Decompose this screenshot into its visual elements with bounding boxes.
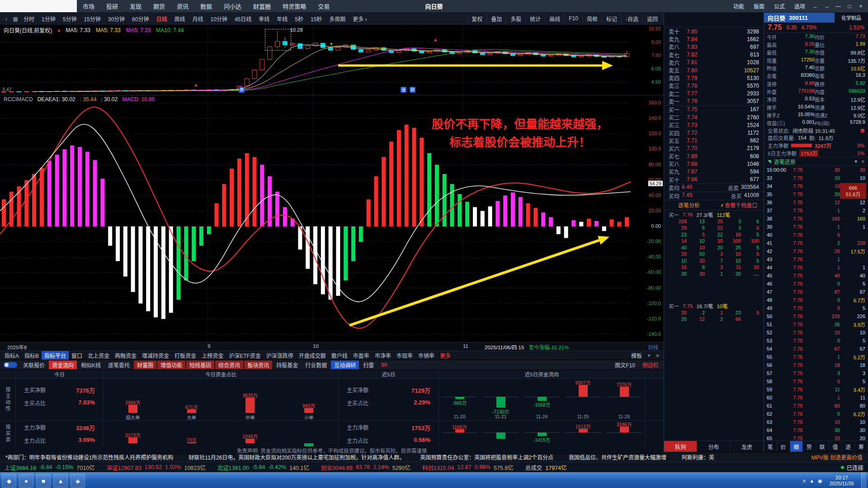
tab2-item-2[interactable]: 资金流向 xyxy=(49,361,77,369)
industry-label[interactable]: 化学制品 xyxy=(835,13,868,23)
tab2-item-13[interactable]: 扫雷 xyxy=(360,361,377,369)
tick-list-header[interactable]: ◥ 逐笔还原 ▼≡ xyxy=(764,157,868,166)
menu-right-item-1[interactable]: 功能 xyxy=(729,2,749,10)
period-button-5[interactable]: 30分钟 xyxy=(104,13,128,25)
tab2-item-14[interactable]: 90 xyxy=(378,361,390,369)
menu-right-item-3[interactable]: 公式 xyxy=(769,2,789,10)
tick-header-icon-2[interactable]: ≡ xyxy=(862,159,864,164)
tab2-item-10[interactable]: 持股基金 xyxy=(273,361,301,369)
tray-icon-2[interactable]: ▲ xyxy=(809,478,814,484)
menu-item-4[interactable]: 期货 xyxy=(147,0,171,12)
chart-tool-10[interactable]: 返回 xyxy=(642,14,662,23)
chart-tool-2[interactable]: 叠加 xyxy=(486,14,506,23)
mpv-promo[interactable]: MPV版 创造更高价值 xyxy=(811,453,863,461)
period-button-16[interactable]: 多周期 xyxy=(326,13,349,25)
tab2-item-5[interactable]: 财富圈 xyxy=(134,361,156,369)
chart-tool-1[interactable]: 复权 xyxy=(467,14,486,23)
period-button-14[interactable]: 5秒 xyxy=(291,13,307,25)
event-badge-3[interactable]: 财 xyxy=(410,87,415,93)
tabs1-right-1[interactable]: 模板 xyxy=(628,351,645,360)
chart-tool-4[interactable]: 统计 xyxy=(525,14,545,23)
buy-level-row-10[interactable]: 买十7.66677 xyxy=(664,176,764,183)
period-button-9[interactable]: 月线 xyxy=(189,13,207,25)
candlestick-pane[interactable]: 向日葵(日线,前复权) ▲ MA5: 7.33MA5: 7.33MA5: 7.3… xyxy=(0,25,664,95)
tab1-item-12[interactable]: 开盘成交额 xyxy=(296,351,329,360)
chart-tool-8[interactable]: 标记 xyxy=(602,14,621,23)
tab1-item-4[interactable]: 窗口 xyxy=(69,351,85,360)
taskbar-app-icon-1[interactable]: ◆ xyxy=(2,474,16,488)
menu-item-9[interactable]: 特灵策略 xyxy=(277,0,312,12)
tab2-item-8[interactable]: 综合资讯 xyxy=(215,361,243,369)
period-button-2[interactable]: 1分钟 xyxy=(38,13,59,25)
buy-level-row-8[interactable]: 买八7.681046 xyxy=(664,160,764,168)
menu-right-item-2[interactable]: 版面 xyxy=(749,2,769,10)
tab1-item-15[interactable]: 市净率 xyxy=(372,351,394,360)
sell-level-row-1[interactable]: 卖十7.853298 xyxy=(664,28,764,35)
menu-item-3[interactable]: 发现 xyxy=(124,0,147,12)
tab2-item-9[interactable]: 板块资讯 xyxy=(244,361,272,369)
taskbar-app-icon-4[interactable]: ▲ xyxy=(53,474,68,488)
tick-view-tab-7[interactable]: 逐 xyxy=(842,441,855,452)
menu-item-6[interactable]: 数据 xyxy=(194,0,218,12)
buy-level-row-2[interactable]: 买二7.742760 xyxy=(664,113,764,121)
sell-level-row-8[interactable]: 卖三7.785570 xyxy=(664,82,764,89)
menu-right-item-4[interactable]: 选项 xyxy=(790,2,810,10)
sell-level-row-9[interactable]: 卖二7.772933 xyxy=(664,90,764,98)
nav-back-icon[interactable]: ← xyxy=(810,2,821,11)
tray-icon-1[interactable]: ≡ xyxy=(803,478,806,484)
menu-item-1[interactable]: 市场 xyxy=(77,0,100,12)
tab1-item-7[interactable]: 增减持资金 xyxy=(139,351,172,360)
tab1-item-1[interactable]: 指标A xyxy=(2,351,22,360)
event-badge-2[interactable]: 涨 xyxy=(401,87,406,93)
buy-level-row-3[interactable]: 买三7.731524 xyxy=(664,121,764,129)
period-button-13[interactable]: 年线 xyxy=(273,13,291,25)
menu-item-2[interactable]: 投研 xyxy=(100,0,124,12)
sell-level-row-4[interactable]: 卖七7.82813 xyxy=(664,51,764,59)
tick-list[interactable]: 666 51.6万 15:00:007.753030337.751010347.… xyxy=(764,166,868,441)
tray-icon-3[interactable]: ◉ xyxy=(818,478,822,484)
tab1-item-11[interactable]: 沪深涨跌停 xyxy=(264,351,296,360)
tab1-item-13[interactable]: 散户线 xyxy=(329,351,350,360)
queue-view-tab-3[interactable]: 龙虎 xyxy=(731,441,764,452)
tick-view-tab-4[interactable]: 势 xyxy=(803,441,816,452)
period-button-10[interactable]: 10分钟 xyxy=(207,13,231,25)
taskbar-app-icon-5[interactable]: ◈ xyxy=(71,474,85,488)
period-button-7[interactable]: 日线 xyxy=(152,13,170,25)
nav-forward-icon[interactable]: → xyxy=(821,2,832,11)
tab1-item-2[interactable]: 指标B xyxy=(22,351,42,360)
sell-level-row-7[interactable]: 卖四7.795130 xyxy=(664,74,764,82)
tab1-item-16[interactable]: 市现率 xyxy=(394,351,415,360)
sell-level-row-6[interactable]: 卖五7.8010527 xyxy=(664,66,764,74)
taskbar-app-icon-2[interactable]: ● xyxy=(19,474,33,488)
buy-level-row-5[interactable]: 买五7.71662 xyxy=(664,137,764,145)
sell-level-row-2[interactable]: 卖九7.841662 xyxy=(664,35,764,43)
tab2-item-4[interactable]: 逐笔委托 xyxy=(105,361,133,369)
buy-level-row-6[interactable]: 买六7.702179 xyxy=(664,145,764,152)
queue-view-tab-1[interactable]: 队列 xyxy=(664,441,697,452)
tick-view-tab-8[interactable]: 筹 xyxy=(855,441,868,452)
tick-view-tab-2[interactable]: 价 xyxy=(777,441,790,452)
tick-header-icon-1[interactable]: ▼ xyxy=(854,159,858,164)
chart-tool-9[interactable]: -自选 xyxy=(621,14,642,23)
period-button-8[interactable]: 周线 xyxy=(170,13,189,25)
tick-view-tab-1[interactable]: 笔 xyxy=(764,441,777,452)
tab2-item-12[interactable]: 互动调研 xyxy=(331,361,359,369)
tab1-item-6[interactable]: 两融资金 xyxy=(112,351,139,360)
tab1-item-10[interactable]: 沪深ETF资金 xyxy=(226,351,264,360)
tick-view-tab-3[interactable]: 细 xyxy=(790,441,803,452)
sell-level-row-3[interactable]: 卖八7.83697 xyxy=(664,43,764,51)
tab2-item-3[interactable]: 相似K线 xyxy=(78,361,104,369)
chart-tool-3[interactable]: 多股 xyxy=(506,14,525,23)
maximize-button[interactable]: □ xyxy=(844,2,855,11)
chart-tool-5[interactable]: 画线 xyxy=(545,14,564,23)
period-button-15[interactable]: 15秒 xyxy=(307,13,326,25)
period-button-1[interactable]: 分时 xyxy=(20,13,38,25)
tab1-item-9[interactable]: 上榜资金 xyxy=(199,351,226,360)
period-button-17[interactable]: 更多 › xyxy=(349,13,370,25)
minimize-button[interactable]: — xyxy=(833,2,844,11)
period-button-6[interactable]: 60分钟 xyxy=(128,13,152,25)
menu-item-8[interactable]: 财富圈 xyxy=(247,0,277,12)
tick-view-tab-5[interactable]: 联 xyxy=(816,441,829,452)
buy-level-row-1[interactable]: 买一7.75167 xyxy=(664,106,764,113)
period-button-11[interactable]: 45日线 xyxy=(231,13,255,25)
